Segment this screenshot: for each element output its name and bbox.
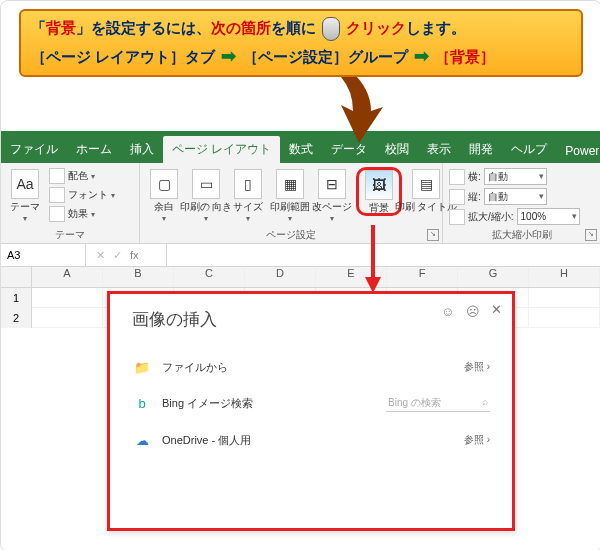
background-icon: 🖼: [365, 170, 393, 200]
group-scale-to-fit: 横:自動 縦:自動 拡大/縮小:100% 拡大縮小印刷 ↘: [443, 163, 600, 243]
scale-spinner[interactable]: 100%: [517, 208, 580, 225]
bing-search-row[interactable]: b Bing イメージ検索 Bing の検索 ⌕: [132, 385, 490, 422]
height-row: 縦:自動: [449, 188, 594, 205]
chevron-down-icon: ▾: [246, 214, 250, 223]
column-headers: A B C D E F G H: [1, 267, 600, 288]
tab-insert[interactable]: 挿入: [121, 136, 163, 163]
search-icon[interactable]: ⌕: [482, 396, 488, 410]
placeholder: Bing の検索: [388, 396, 441, 410]
height-combo[interactable]: 自動: [484, 188, 547, 205]
label: 改ページ: [312, 201, 352, 212]
tab-page-layout[interactable]: ページ レイアウト: [163, 136, 280, 163]
fx-icon[interactable]: fx: [130, 249, 139, 261]
themes-icon: Aa: [11, 169, 39, 199]
breaks-icon: ⊟: [318, 169, 346, 199]
cancel-icon[interactable]: ✕: [96, 249, 105, 262]
tab-help[interactable]: ヘルプ: [502, 136, 556, 163]
label: 縦:: [468, 190, 481, 204]
name-box[interactable]: A3: [1, 244, 86, 266]
close-button[interactable]: ✕: [491, 302, 502, 317]
ribbon-tabs: ファイル ホーム 挿入 ページ レイアウト 数式 データ 校閲 表示 開発 ヘル…: [1, 137, 600, 163]
pointer-arrow-icon: [311, 71, 391, 151]
col-header[interactable]: D: [245, 267, 316, 287]
cell[interactable]: [32, 288, 103, 308]
colors-button[interactable]: 配色▾: [49, 168, 115, 184]
label: 効果: [68, 207, 88, 221]
col-header[interactable]: G: [458, 267, 529, 287]
chevron-down-icon: ▾: [288, 214, 292, 223]
width-row: 横:自動: [449, 168, 594, 185]
size-button[interactable]: ▯サイズ▾: [230, 167, 266, 225]
feedback-icons[interactable]: ☺ ☹: [441, 304, 484, 319]
cell[interactable]: [529, 308, 600, 328]
arrow-icon: ➡: [221, 46, 236, 66]
tab-home[interactable]: ホーム: [67, 136, 121, 163]
col-header[interactable]: C: [174, 267, 245, 287]
effects-icon: [49, 206, 65, 222]
red-arrow-icon: [363, 225, 383, 295]
dialog-launcher-button[interactable]: ↘: [585, 229, 597, 241]
label: テーマ: [10, 201, 40, 212]
chevron-down-icon: ▾: [111, 191, 115, 200]
select-all-corner[interactable]: [1, 267, 32, 287]
margins-button[interactable]: ▢余白▾: [146, 167, 182, 225]
enter-icon[interactable]: ✓: [113, 249, 122, 262]
bing-search-input[interactable]: Bing の検索 ⌕: [386, 395, 490, 412]
browse-link[interactable]: 参照 ›: [464, 433, 490, 447]
colors-icon: [49, 168, 65, 184]
step-3: ［背景］: [435, 48, 495, 65]
chevron-down-icon: ▾: [23, 214, 27, 223]
label: サイズ: [233, 201, 263, 212]
col-header[interactable]: H: [529, 267, 600, 287]
fonts-button[interactable]: フォント▾: [49, 187, 115, 203]
size-icon: ▯: [234, 169, 262, 199]
margins-icon: ▢: [150, 169, 178, 199]
label: ファイルから: [162, 360, 464, 375]
ribbon: Aa テーマ ▾ 配色▾ フォント▾ 効果▾ テーマ ▢余白▾ ▭印刷の 向き▾…: [1, 163, 600, 244]
col-header[interactable]: A: [32, 267, 103, 287]
print-titles-button[interactable]: ▤印刷 タイトル: [408, 167, 444, 214]
browse-link[interactable]: 参照 ›: [464, 360, 490, 374]
chevron-down-icon: ▾: [91, 210, 95, 219]
label: Bing イメージ検索: [162, 396, 386, 411]
row-header[interactable]: 1: [1, 288, 32, 308]
cell[interactable]: [32, 308, 103, 328]
label: 配色: [68, 169, 88, 183]
text: を順に: [271, 19, 316, 36]
from-file-row[interactable]: 📁 ファイルから 参照 ›: [132, 349, 490, 385]
chevron-down-icon: ▾: [204, 214, 208, 223]
tab-file[interactable]: ファイル: [1, 136, 67, 163]
instruction-callout: 「背景」を設定するには、次の箇所を順に クリックします。 ［ページ レイアウト］…: [19, 9, 583, 77]
onedrive-row[interactable]: ☁ OneDrive - 個人用 参照 ›: [132, 422, 490, 458]
text-highlight: 背景: [46, 19, 76, 36]
col-header[interactable]: F: [387, 267, 458, 287]
cell[interactable]: [529, 288, 600, 308]
chevron-down-icon: ▾: [330, 214, 334, 223]
formula-bar: A3 ✕ ✓ fx: [1, 244, 600, 267]
width-icon: [449, 169, 465, 185]
label: 拡大/縮小:: [468, 210, 514, 224]
fx-area: ✕ ✓ fx: [86, 244, 167, 266]
text: 「: [31, 19, 46, 36]
mouse-icon: [322, 17, 340, 41]
tab-view[interactable]: 表示: [418, 136, 460, 163]
orientation-button[interactable]: ▭印刷の 向き▾: [188, 167, 224, 225]
group-label: 拡大縮小印刷: [443, 228, 600, 242]
tab-power-pivot[interactable]: Power Pivot: [556, 139, 600, 163]
row-header[interactable]: 2: [1, 308, 32, 328]
themes-button[interactable]: Aa テーマ ▾: [7, 167, 43, 225]
col-header[interactable]: B: [103, 267, 174, 287]
group-label: ページ設定: [140, 228, 442, 242]
orientation-icon: ▭: [192, 169, 220, 199]
svg-marker-1: [365, 277, 381, 293]
effects-button[interactable]: 効果▾: [49, 206, 115, 222]
dialog-launcher-button[interactable]: ↘: [427, 229, 439, 241]
height-icon: [449, 189, 465, 205]
group-themes: Aa テーマ ▾ 配色▾ フォント▾ 効果▾ テーマ: [1, 163, 140, 243]
breaks-button[interactable]: ⊟改ページ▾: [314, 167, 350, 225]
width-combo[interactable]: 自動: [484, 168, 547, 185]
print-area-button[interactable]: ▦印刷範囲▾: [272, 167, 308, 225]
chevron-down-icon: ▾: [91, 172, 95, 181]
label: フォント: [68, 188, 108, 202]
tab-developer[interactable]: 開発: [460, 136, 502, 163]
